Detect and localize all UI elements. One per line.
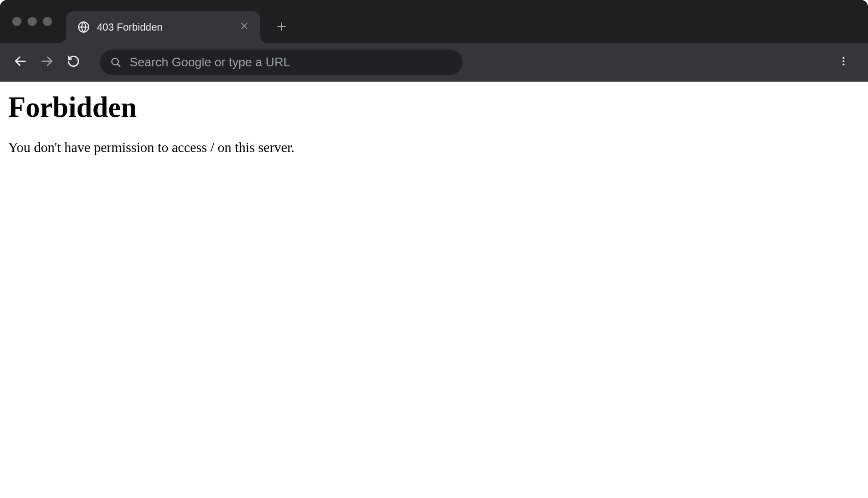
new-tab-button[interactable] xyxy=(271,17,292,38)
close-tab-button[interactable] xyxy=(238,20,251,34)
forward-button[interactable] xyxy=(36,51,58,73)
arrow-right-icon xyxy=(40,54,54,70)
tab-strip: 403 Forbidden xyxy=(66,0,292,43)
back-button[interactable] xyxy=(9,51,32,73)
page-content: Forbidden You don't have permission to a… xyxy=(0,82,868,165)
reload-icon xyxy=(67,55,80,70)
browser-menu-button[interactable] xyxy=(832,51,855,73)
tab-active[interactable]: 403 Forbidden xyxy=(66,11,260,43)
page-heading: Forbidden xyxy=(8,91,860,123)
svg-line-8 xyxy=(117,64,120,66)
svg-point-9 xyxy=(843,57,845,59)
window-close-button[interactable] xyxy=(12,17,21,26)
kebab-menu-icon xyxy=(838,56,849,69)
globe-icon xyxy=(78,21,90,33)
search-icon xyxy=(110,57,121,68)
page-message: You don't have permission to access / on… xyxy=(8,140,860,156)
address-input[interactable] xyxy=(130,55,452,69)
omnibox[interactable] xyxy=(100,49,463,75)
svg-point-10 xyxy=(843,60,845,62)
arrow-left-icon xyxy=(13,54,28,70)
titlebar: 403 Forbidden xyxy=(0,0,868,43)
toolbar xyxy=(0,43,868,82)
plus-icon xyxy=(276,21,287,34)
browser-chrome: 403 Forbidden xyxy=(0,0,868,82)
window-maximize-button[interactable] xyxy=(43,17,52,26)
svg-point-11 xyxy=(843,64,845,66)
close-icon xyxy=(240,21,249,33)
tab-title: 403 Forbidden xyxy=(97,21,231,33)
reload-button[interactable] xyxy=(62,51,85,73)
window-minimize-button[interactable] xyxy=(28,17,37,26)
window-controls xyxy=(0,17,52,26)
